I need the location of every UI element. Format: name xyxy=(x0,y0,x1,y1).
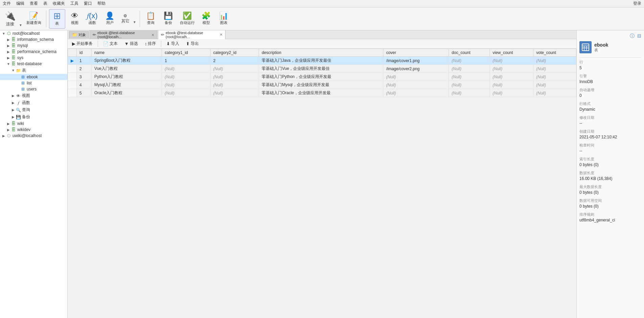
sort-button[interactable]: ↕ 排序 xyxy=(142,40,159,48)
cell-doc_count[interactable]: (Null) xyxy=(449,57,490,65)
menu-tools[interactable]: 工具 xyxy=(70,1,78,6)
cell-cover[interactable]: /image/cover1.png xyxy=(383,57,449,65)
th-description[interactable]: description xyxy=(259,49,383,57)
menu-table[interactable]: 表 xyxy=(43,1,47,6)
cell-category2_id[interactable]: (Null) xyxy=(210,73,259,81)
cell-id[interactable]: 4 xyxy=(77,81,92,89)
tab-ebook-1[interactable]: ✏ ebook @test-database (root@localh... ✕ xyxy=(90,30,157,40)
chart-button[interactable]: 📊 图表 xyxy=(216,9,232,29)
cell-cover[interactable]: (Null) xyxy=(383,81,449,89)
filter-button[interactable]: ▼ 筛选 xyxy=(122,40,140,48)
cell-description[interactable]: 零基础入门Python，企业级应用开发最 xyxy=(259,73,383,81)
view-button[interactable]: 👁 视图 xyxy=(67,9,83,29)
cell-vote_count[interactable]: (Null) xyxy=(533,81,576,89)
sidebar-item-queries-group[interactable]: ▶ 🔍 查询 xyxy=(0,106,67,113)
cell-view_count[interactable]: (Null) xyxy=(490,73,533,81)
model-button[interactable]: 🧩 模型 xyxy=(198,9,214,29)
table-row[interactable]: 4Mysql入门教程(Null)(Null)零基础入门Mysql，企业级应用开发… xyxy=(68,81,576,89)
cell-doc_count[interactable]: (Null) xyxy=(449,65,490,73)
function-button[interactable]: 𝑓(x) 函数 xyxy=(84,9,100,29)
cell-cover[interactable]: (Null) xyxy=(383,89,449,97)
cell-doc_count[interactable]: (Null) xyxy=(449,81,490,89)
menu-help[interactable]: 帮助 xyxy=(97,1,105,6)
new-query-button[interactable]: 📝 新建查询 xyxy=(24,9,43,29)
sidebar-item-information-schema[interactable]: ▶ 🗄 information_schema xyxy=(0,36,67,43)
cell-category1_id[interactable]: (Null) xyxy=(162,65,210,73)
login-button[interactable]: 登录 xyxy=(633,1,641,6)
cell-category1_id[interactable]: (Null) xyxy=(162,81,210,89)
cell-description[interactable]: 零基础入门Java，企业级应用开发最佳 xyxy=(259,57,383,65)
rp-info-button[interactable]: ⓘ xyxy=(630,33,635,39)
th-category2-id[interactable]: category2_id xyxy=(210,49,259,57)
query-button[interactable]: 📋 查询 xyxy=(143,9,159,29)
cell-name[interactable]: Vue入门教程 xyxy=(92,65,162,73)
connect-dropdown[interactable]: ▼ xyxy=(18,23,23,28)
import-button[interactable]: ⬇ 导入 xyxy=(164,40,182,48)
begin-trans-button[interactable]: ▶ 开始事务 xyxy=(70,40,95,48)
sidebar-item-tables-group[interactable]: ▼ 📁 表 xyxy=(0,67,67,74)
th-cover[interactable]: cover xyxy=(383,49,449,57)
th-name[interactable]: name xyxy=(92,49,162,57)
cell-category1_id[interactable]: 1 xyxy=(162,57,210,65)
other-dropdown[interactable]: ▼ xyxy=(132,20,137,25)
cell-category2_id[interactable]: (Null) xyxy=(210,81,259,89)
table-container[interactable]: id name category1_id category2_id descri… xyxy=(68,49,576,318)
table-button[interactable]: ⊞ 表 xyxy=(49,9,65,29)
sidebar-item-wikidev[interactable]: ▶ 🗄 wikidev xyxy=(0,127,67,133)
sidebar-item-functions-group[interactable]: ▶ 𝑓 函数 xyxy=(0,99,67,106)
connect-button[interactable]: 🔌 连接 xyxy=(3,10,18,28)
cell-description[interactable]: 零基础入门Mysql，企业级应用开发最 xyxy=(259,81,383,89)
th-view-count[interactable]: view_count xyxy=(490,49,533,57)
th-doc-count[interactable]: doc_count xyxy=(449,49,490,57)
cell-id[interactable]: 5 xyxy=(77,89,92,97)
cell-category2_id[interactable]: (Null) xyxy=(210,65,259,73)
tab-ebook-2[interactable]: ✏ ebook @test-database (root@localh... ✕ xyxy=(158,30,225,40)
cell-vote_count[interactable]: (Null) xyxy=(533,73,576,81)
sidebar-item-users[interactable]: ⊞ users xyxy=(0,86,67,92)
table-row[interactable]: ▶1SpringBoot入门教程12零基础入门Java，企业级应用开发最佳/im… xyxy=(68,57,576,65)
cell-view_count[interactable]: (Null) xyxy=(490,65,533,73)
cell-name[interactable]: SpringBoot入门教程 xyxy=(92,57,162,65)
cell-cover[interactable]: /image/cover2.png xyxy=(383,65,449,73)
other-button[interactable]: ⚙ 其它 xyxy=(119,13,132,25)
sidebar-item-wiki[interactable]: ▶ 🗄 wiki xyxy=(0,121,67,127)
cell-doc_count[interactable]: (Null) xyxy=(449,89,490,97)
text-button[interactable]: 📄 文本 xyxy=(101,40,120,48)
menu-edit[interactable]: 编辑 xyxy=(16,1,24,6)
cell-category1_id[interactable]: (Null) xyxy=(162,89,210,97)
tab-ebook1-close[interactable]: ✕ xyxy=(151,33,154,37)
tab-object[interactable]: 📁 对象 xyxy=(69,31,89,38)
menu-file[interactable]: 文件 xyxy=(3,1,11,6)
th-category1-id[interactable]: category1_id xyxy=(162,49,210,57)
cell-description[interactable]: 零基础入门Oracle，企业级应用开发最 xyxy=(259,89,383,97)
table-row[interactable]: 3Python入门教程(Null)(Null)零基础入门Python，企业级应用… xyxy=(68,73,576,81)
table-row[interactable]: 2Vue入门教程(Null)(Null)零基础入门Vue，企业级应用开发最佳/i… xyxy=(68,65,576,73)
cell-description[interactable]: 零基础入门Vue，企业级应用开发最佳 xyxy=(259,65,383,73)
sidebar-item-mysql[interactable]: ▶ 🗄 mysql xyxy=(0,43,67,49)
autorun-button[interactable]: ✅ 自动运行 xyxy=(178,9,197,29)
cell-id[interactable]: 2 xyxy=(77,65,92,73)
backup-button[interactable]: 💾 备份 xyxy=(160,9,176,29)
sidebar-item-test-database[interactable]: ▼ 🗄 test-database xyxy=(0,61,67,67)
th-id[interactable]: id xyxy=(77,49,92,57)
cell-view_count[interactable]: (Null) xyxy=(490,89,533,97)
cell-cover[interactable]: (Null) xyxy=(383,73,449,81)
sidebar-item-list[interactable]: ⊞ list xyxy=(0,80,67,86)
sidebar-item-uwiki-localhost[interactable]: ▶ ⬡ uwiki@localhost xyxy=(0,133,67,139)
cell-category1_id[interactable]: (Null) xyxy=(162,73,210,81)
cell-id[interactable]: 1 xyxy=(77,57,92,65)
sidebar-item-performance-schema[interactable]: ▶ 🗄 performance_schema xyxy=(0,49,67,55)
th-vote-count[interactable]: vote_count xyxy=(533,49,576,57)
cell-category2_id[interactable]: 2 xyxy=(210,57,259,65)
cell-category2_id[interactable]: (Null) xyxy=(210,89,259,97)
table-row[interactable]: 5Oracle入门教程(Null)(Null)零基础入门Oracle，企业级应用… xyxy=(68,89,576,97)
user-button[interactable]: 👤 用户 xyxy=(102,9,118,29)
cell-vote_count[interactable]: (Null) xyxy=(533,57,576,65)
export-button[interactable]: ⬆ 导出 xyxy=(184,40,201,48)
rp-close-button[interactable]: ⊟ xyxy=(637,33,641,39)
cell-view_count[interactable]: (Null) xyxy=(490,57,533,65)
cell-id[interactable]: 3 xyxy=(77,73,92,81)
sidebar-item-sys[interactable]: ▶ 🗄 sys xyxy=(0,55,67,61)
cell-doc_count[interactable]: (Null) xyxy=(449,73,490,81)
sidebar-item-backup-group[interactable]: ▶ 💾 备份 xyxy=(0,113,67,121)
